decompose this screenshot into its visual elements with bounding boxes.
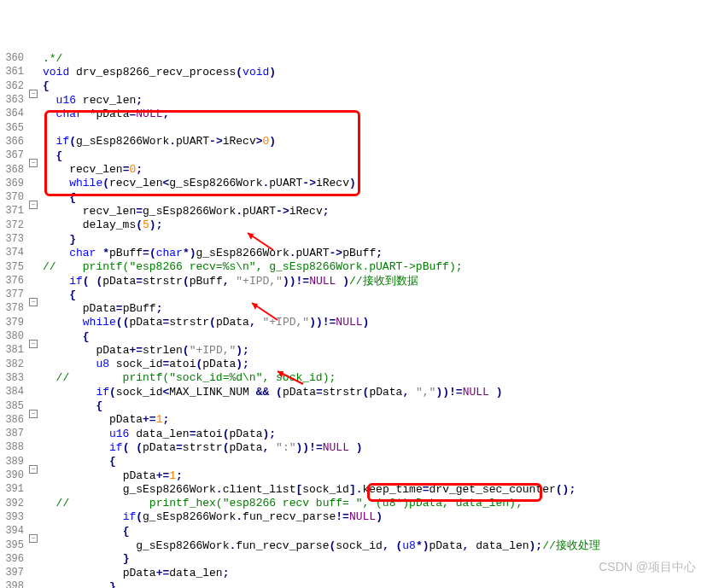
code-content[interactable]: // printf("esp8266 recv=%s\n", g_sEsp826…: [39, 260, 462, 273]
code-line[interactable]: 377 {: [0, 288, 713, 301]
line-number: 369: [0, 178, 27, 189]
code-line[interactable]: 380 {: [0, 329, 713, 343]
code-line[interactable]: 372 delay_ms(5);: [0, 218, 713, 232]
code-content[interactable]: {: [39, 191, 76, 204]
code-line[interactable]: 368 recv_len=0;: [0, 162, 713, 176]
code-line[interactable]: 398 }: [0, 579, 713, 588]
code-line[interactable]: 384 if(sock_id<MAX_LINK_NUM && (pData=st…: [0, 385, 713, 399]
line-number: 363: [0, 94, 27, 106]
code-content[interactable]: delay_ms(5);: [39, 218, 162, 231]
code-content[interactable]: while((pData=strstr(pData, "+IPD,"))!=NU…: [39, 316, 369, 329]
line-number: 389: [0, 456, 27, 468]
line-number: 383: [0, 372, 27, 384]
line-number: 364: [0, 108, 27, 119]
code-line[interactable]: 370 {: [0, 190, 713, 204]
code-line[interactable]: 360.*/: [0, 51, 713, 65]
line-number: 365: [0, 122, 27, 134]
code-content[interactable]: }: [39, 233, 76, 246]
code-content[interactable]: {: [39, 330, 90, 343]
line-number: 360: [0, 52, 27, 64]
line-number: 370: [0, 191, 27, 203]
line-number: 374: [0, 247, 27, 259]
code-line[interactable]: 366 if(g_sEsp8266Work.pUART->iRecv>0): [0, 135, 713, 148]
code-line[interactable]: 362{: [0, 79, 713, 93]
code-content[interactable]: u8 sock_id=atoi(pData);: [39, 358, 249, 370]
code-line[interactable]: 374 char *pBuff=(char*)g_sEsp8266Work.pU…: [0, 246, 713, 259]
code-line[interactable]: 373 }: [0, 232, 713, 246]
line-number: 367: [0, 149, 27, 161]
line-number: 388: [0, 441, 27, 453]
code-editor[interactable]: 360.*/361void drv_esp8266_recv_process(v…: [0, 51, 713, 588]
code-content[interactable]: u16 data_len=atoi(pData);: [39, 428, 276, 440]
code-content[interactable]: {: [39, 399, 102, 412]
code-content[interactable]: // printf("sock_id=%d\n", sock_id);: [39, 371, 336, 384]
code-content[interactable]: while(recv_len<g_sEsp8266Work.pUART->iRe…: [39, 177, 356, 189]
line-number: 366: [0, 136, 27, 148]
code-line[interactable]: 393 if(g_sEsp8266Work.fun_recv_parse!=NU…: [0, 510, 713, 524]
code-content[interactable]: pData+=data_len;: [39, 567, 229, 579]
code-line[interactable]: 388 if( (pData=strstr(pData, ":"))!=NULL…: [0, 440, 713, 454]
code-content[interactable]: if(g_sEsp8266Work.fun_recv_parse!=NULL): [39, 510, 383, 523]
code-content[interactable]: if( (pData=strstr(pBuff, "+IPD,"))!=NULL…: [39, 273, 418, 288]
line-number: 361: [0, 66, 27, 78]
code-line[interactable]: 369 while(recv_len<g_sEsp8266Work.pUART-…: [0, 177, 713, 190]
line-number: 398: [0, 580, 27, 588]
code-content[interactable]: if( (pData=strstr(pData, ":"))!=NULL ): [39, 441, 363, 454]
code-content[interactable]: .*/: [39, 52, 62, 65]
code-content[interactable]: }: [39, 552, 129, 565]
code-content[interactable]: pData+=1;: [39, 413, 169, 426]
code-content[interactable]: pData=pBuff;: [39, 302, 162, 315]
code-line[interactable]: 381 pData+=strlen("+IPD,");: [0, 343, 713, 357]
code-content[interactable]: recv_len=0;: [39, 163, 143, 176]
code-content[interactable]: pData+=1;: [39, 469, 183, 482]
line-number: 368: [0, 164, 27, 176]
code-line[interactable]: 376 if( (pData=strstr(pBuff, "+IPD,"))!=…: [0, 274, 713, 288]
code-line[interactable]: 378 pData=pBuff;: [0, 301, 713, 315]
line-number: 382: [0, 358, 27, 370]
code-line[interactable]: 382 u8 sock_id=atoi(pData);: [0, 358, 713, 371]
code-content[interactable]: g_sEsp8266Work.fun_recv_parse(sock_id, (…: [39, 538, 600, 553]
line-number: 391: [0, 483, 27, 495]
code-content[interactable]: // printf_hex("esp8266 recv buff= ", (u8…: [39, 497, 523, 509]
code-line[interactable]: 389 {: [0, 455, 713, 469]
code-line[interactable]: 363 u16 recv_len;: [0, 93, 713, 107]
code-line[interactable]: 392 // printf_hex("esp8266 recv buff= ",…: [0, 497, 713, 510]
code-line[interactable]: 375// printf("esp8266 recv=%s\n", g_sEsp…: [0, 259, 713, 273]
code-content[interactable]: u16 recv_len;: [39, 94, 143, 107]
line-number: 392: [0, 498, 27, 509]
code-line[interactable]: 365: [0, 120, 713, 134]
code-content[interactable]: char *pData=NULL;: [39, 108, 169, 120]
code-content[interactable]: char *pBuff=(char*)g_sEsp8266Work.pUART-…: [39, 247, 383, 259]
code-content[interactable]: g_sEsp8266Work.client_list[sock_id].keep…: [39, 483, 576, 496]
code-content[interactable]: }: [39, 580, 116, 588]
code-line[interactable]: 390 pData+=1;: [0, 469, 713, 482]
code-content[interactable]: {: [39, 149, 62, 162]
code-line[interactable]: 367 {: [0, 148, 713, 162]
line-number: 386: [0, 414, 27, 426]
line-number: 376: [0, 275, 27, 287]
code-line[interactable]: 361void drv_esp8266_recv_process(void): [0, 65, 713, 79]
code-line[interactable]: 387 u16 data_len=atoi(pData);: [0, 427, 713, 440]
code-content[interactable]: recv_len=g_sEsp8266Work.pUART->iRecv;: [39, 205, 330, 218]
code-content[interactable]: void drv_esp8266_recv_process(void): [39, 66, 276, 79]
code-content[interactable]: {: [39, 79, 50, 92]
code-content[interactable]: pData+=strlen("+IPD,");: [39, 344, 249, 357]
line-number: 385: [0, 400, 27, 412]
code-line[interactable]: 386 pData+=1;: [0, 413, 713, 427]
code-content[interactable]: {: [39, 288, 76, 301]
code-line[interactable]: 383 // printf("sock_id=%d\n", sock_id);: [0, 371, 713, 385]
code-line[interactable]: 394 {: [0, 524, 713, 538]
code-content[interactable]: if(sock_id<MAX_LINK_NUM && (pData=strstr…: [39, 386, 502, 399]
code-line[interactable]: 385 {: [0, 399, 713, 412]
line-number: 377: [0, 288, 27, 300]
code-line[interactable]: 395 g_sEsp8266Work.fun_recv_parse(sock_i…: [0, 538, 713, 551]
line-number: 390: [0, 469, 27, 481]
line-number: 379: [0, 317, 27, 329]
code-line[interactable]: 391 g_sEsp8266Work.client_list[sock_id].…: [0, 482, 713, 496]
code-line[interactable]: 371 recv_len=g_sEsp8266Work.pUART->iRecv…: [0, 204, 713, 218]
code-line[interactable]: 364 char *pData=NULL;: [0, 107, 713, 120]
code-line[interactable]: 379 while((pData=strstr(pData, "+IPD,"))…: [0, 316, 713, 329]
code-content[interactable]: {: [39, 525, 129, 538]
code-content[interactable]: {: [39, 455, 116, 468]
code-content[interactable]: if(g_sEsp8266Work.pUART->iRecv>0): [39, 135, 276, 148]
